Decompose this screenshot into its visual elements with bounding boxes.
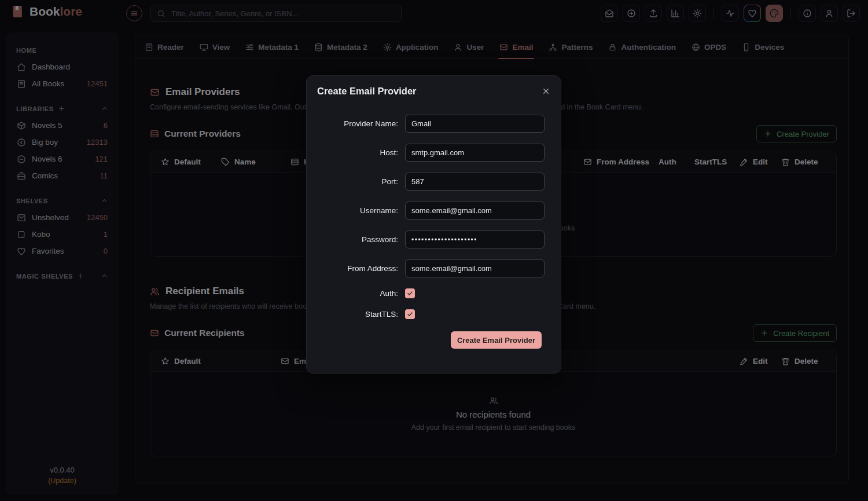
- auth-checkbox[interactable]: [405, 288, 415, 298]
- username-input[interactable]: [405, 202, 545, 220]
- close-button[interactable]: [540, 85, 551, 97]
- starttls-checkbox[interactable]: [405, 309, 415, 319]
- create-email-provider-modal: Create Email Provider Provider Name:Host…: [306, 75, 561, 374]
- field-row-host: Host:: [316, 144, 551, 162]
- field-label: From Address:: [316, 264, 405, 273]
- field-label: Auth:: [316, 289, 405, 298]
- field-label: Provider Name:: [316, 119, 405, 128]
- field-row-from-address: From Address:: [316, 259, 551, 277]
- modal-title: Create Email Provider: [317, 86, 417, 97]
- field-label: StartTLS:: [316, 310, 405, 319]
- modal-form: Provider Name:Host:Port:Username:Passwor…: [316, 115, 551, 319]
- field-label: Username:: [316, 206, 405, 215]
- field-row-auth: Auth:: [316, 288, 551, 298]
- from-address-input[interactable]: [405, 259, 545, 277]
- check-icon: [407, 311, 413, 317]
- create-email-provider-submit-button[interactable]: Create Email Provider: [451, 331, 542, 349]
- field-row-password: Password:: [316, 231, 551, 248]
- port-input[interactable]: [405, 173, 545, 191]
- field-row-starttls: StartTLS:: [316, 309, 551, 319]
- field-label: Host:: [316, 148, 405, 157]
- field-label: Port:: [316, 177, 405, 186]
- field-row-provider-name: Provider Name:: [316, 115, 551, 133]
- field-row-username: Username:: [316, 202, 551, 220]
- modal-header: Create Email Provider: [316, 85, 551, 97]
- check-icon: [407, 290, 413, 297]
- field-row-port: Port:: [316, 173, 551, 191]
- provider-name-input[interactable]: [405, 115, 545, 133]
- password-input[interactable]: [405, 231, 545, 248]
- host-input[interactable]: [405, 144, 545, 162]
- close-icon: [542, 87, 550, 96]
- field-label: Password:: [316, 235, 405, 244]
